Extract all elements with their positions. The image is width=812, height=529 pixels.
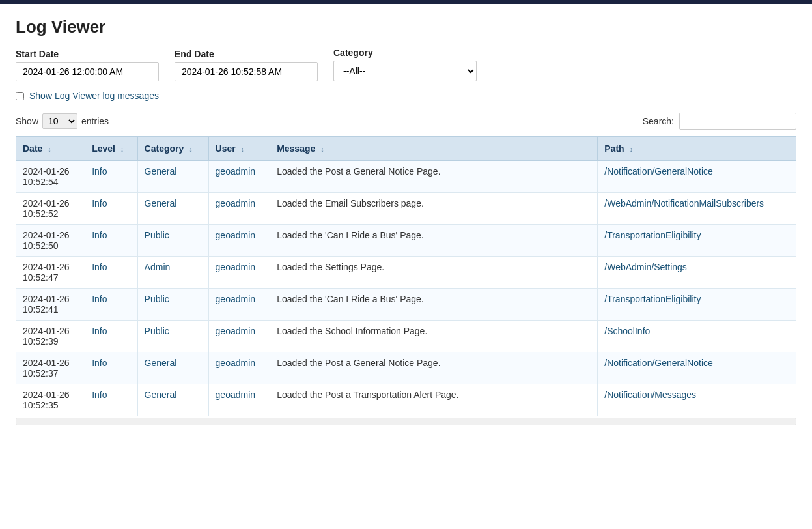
cell-message: Loaded the School Information Page. [270, 321, 598, 352]
col-path[interactable]: Path ↕ [598, 137, 796, 161]
cell-path: /Notification/GeneralNotice [598, 161, 796, 193]
sort-icon-date: ↕ [48, 145, 51, 153]
cell-message: Loaded the Settings Page. [270, 257, 598, 289]
show-log-viewer-checkbox[interactable] [16, 92, 24, 100]
table-row: 2024-01-2610:52:50InfoPublicgeoadminLoad… [16, 225, 796, 257]
category-group: Category --All-- General Admin Public [333, 48, 477, 81]
show-label: Show [16, 116, 38, 126]
cell-path: /Notification/GeneralNotice [598, 352, 796, 384]
col-level[interactable]: Level ↕ [85, 137, 137, 161]
cell-path: /WebAdmin/NotificationMailSubscribers [598, 193, 796, 225]
cell-category: General [137, 384, 208, 416]
cell-message: Loaded the Post a General Notice Page. [270, 161, 598, 193]
cell-level: Info [85, 225, 137, 257]
cell-message: Loaded the Post a General Notice Page. [270, 352, 598, 384]
cell-user: geoadmin [208, 384, 270, 416]
sort-icon-message: ↕ [320, 145, 324, 153]
horizontal-scrollbar[interactable] [16, 418, 796, 425]
cell-category: General [137, 193, 208, 225]
table-row: 2024-01-2610:52:37InfoGeneralgeoadminLoa… [16, 352, 796, 384]
table-header-row: Date ↕ Level ↕ Category ↕ User ↕ Message [16, 137, 796, 161]
col-message[interactable]: Message ↕ [270, 137, 598, 161]
cell-category: Public [137, 289, 208, 321]
table-controls: Show 10 25 50 100 entries Search: [16, 113, 796, 130]
cell-user: geoadmin [208, 161, 270, 193]
cell-date: 2024-01-2610:52:54 [16, 161, 85, 193]
cell-user: geoadmin [208, 225, 270, 257]
show-log-viewer-label[interactable]: Show Log Viewer log messages [29, 91, 159, 101]
cell-user: geoadmin [208, 352, 270, 384]
cell-path: /WebAdmin/Settings [598, 257, 796, 289]
search-label: Search: [643, 116, 674, 126]
end-date-input[interactable] [175, 62, 318, 81]
cell-level: Info [85, 257, 137, 289]
col-user[interactable]: User ↕ [208, 137, 270, 161]
cell-level: Info [85, 289, 137, 321]
cell-date: 2024-01-2610:52:39 [16, 321, 85, 352]
cell-category: General [137, 352, 208, 384]
table-row: 2024-01-2610:52:41InfoPublicgeoadminLoad… [16, 289, 796, 321]
cell-path: /SchoolInfo [598, 321, 796, 352]
category-label: Category [333, 48, 477, 58]
cell-level: Info [85, 321, 137, 352]
end-date-label: End Date [175, 49, 318, 59]
cell-category: General [137, 161, 208, 193]
table-row: 2024-01-2610:52:47InfoAdmingeoadminLoade… [16, 257, 796, 289]
table-row: 2024-01-2610:52:39InfoPublicgeoadminLoad… [16, 321, 796, 352]
search-input[interactable] [679, 113, 796, 130]
cell-date: 2024-01-2610:52:35 [16, 384, 85, 416]
start-date-group: Start Date [16, 49, 159, 81]
checkbox-row: Show Log Viewer log messages [16, 91, 796, 101]
log-table: Date ↕ Level ↕ Category ↕ User ↕ Message [16, 136, 796, 416]
filter-row: Start Date End Date Category --All-- Gen… [16, 48, 796, 81]
cell-category: Admin [137, 257, 208, 289]
cell-category: Public [137, 321, 208, 352]
cell-message: Loaded the 'Can I Ride a Bus' Page. [270, 225, 598, 257]
entries-label: entries [81, 116, 109, 126]
col-date[interactable]: Date ↕ [16, 137, 85, 161]
cell-date: 2024-01-2610:52:52 [16, 193, 85, 225]
table-row: 2024-01-2610:52:52InfoGeneralgeoadminLoa… [16, 193, 796, 225]
cell-user: geoadmin [208, 193, 270, 225]
table-row: 2024-01-2610:52:54InfoGeneralgeoadminLoa… [16, 161, 796, 193]
cell-category: Public [137, 225, 208, 257]
search-box: Search: [643, 113, 796, 130]
category-select[interactable]: --All-- General Admin Public [333, 61, 477, 81]
end-date-group: End Date [175, 49, 318, 81]
cell-path: /TransportationEligibility [598, 289, 796, 321]
cell-message: Loaded the Post a Transportation Alert P… [270, 384, 598, 416]
cell-user: geoadmin [208, 289, 270, 321]
cell-level: Info [85, 193, 137, 225]
cell-level: Info [85, 161, 137, 193]
table-row: 2024-01-2610:52:35InfoGeneralgeoadminLoa… [16, 384, 796, 416]
cell-date: 2024-01-2610:52:47 [16, 257, 85, 289]
start-date-input[interactable] [16, 62, 159, 81]
cell-message: Loaded the Email Subscribers page. [270, 193, 598, 225]
cell-message: Loaded the 'Can I Ride a Bus' Page. [270, 289, 598, 321]
sort-icon-path: ↕ [630, 145, 634, 153]
sort-icon-level: ↕ [120, 145, 124, 153]
cell-path: /TransportationEligibility [598, 225, 796, 257]
page-title: Log Viewer [16, 17, 796, 37]
cell-date: 2024-01-2610:52:50 [16, 225, 85, 257]
cell-user: geoadmin [208, 321, 270, 352]
cell-level: Info [85, 384, 137, 416]
start-date-label: Start Date [16, 49, 159, 59]
sort-icon-category: ↕ [189, 145, 193, 153]
sort-icon-user: ↕ [241, 145, 245, 153]
cell-path: /Notification/Messages [598, 384, 796, 416]
show-entries-control: Show 10 25 50 100 entries [16, 113, 109, 129]
cell-user: geoadmin [208, 257, 270, 289]
cell-date: 2024-01-2610:52:37 [16, 352, 85, 384]
entries-per-page-select[interactable]: 10 25 50 100 [42, 113, 77, 129]
cell-level: Info [85, 352, 137, 384]
cell-date: 2024-01-2610:52:41 [16, 289, 85, 321]
col-category[interactable]: Category ↕ [137, 137, 208, 161]
